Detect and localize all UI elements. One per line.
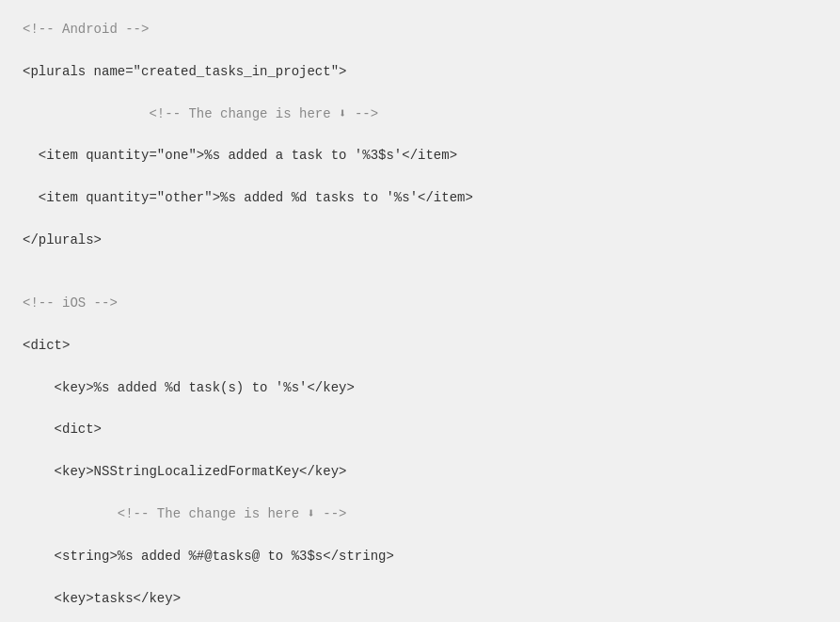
code-line: <!-- The change is here ⬇ -->: [23, 104, 817, 124]
blank-line: [23, 272, 817, 293]
code-line: <item quantity="other">%s added %d tasks…: [23, 187, 817, 208]
code-line: <key>tasks</key>: [23, 588, 817, 609]
code-line: <item quantity="one">%s added a task to …: [23, 145, 817, 166]
code-line: <!-- The change is here ⬇ -->: [23, 503, 817, 524]
code-line: <!-- iOS -->: [23, 293, 817, 313]
code-line: <plurals name="created_tasks_in_project"…: [23, 61, 817, 82]
code-line: <string>%s added %#@tasks@ to %3$s</stri…: [23, 546, 817, 566]
code-line: <dict>: [23, 419, 817, 439]
code-block: <!-- Android --> <plurals name="created_…: [23, 19, 817, 622]
code-line: </plurals>: [23, 230, 817, 250]
code-line: <!-- Android -->: [23, 19, 817, 40]
code-line: <dict>: [23, 335, 817, 356]
code-line: <key>%s added %d task(s) to '%s'</key>: [23, 377, 817, 398]
code-line: <key>NSStringLocalizedFormatKey</key>: [23, 461, 817, 482]
